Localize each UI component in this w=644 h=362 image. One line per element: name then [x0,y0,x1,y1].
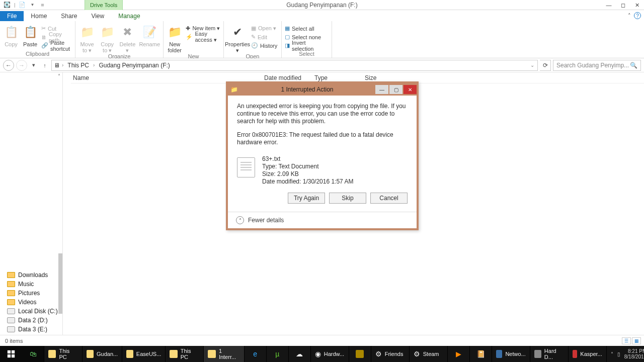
folder-icon [7,281,15,287]
history-icon: 🕘 [251,42,258,49]
close-button[interactable]: ✕ [630,0,644,10]
taskbar-item[interactable]: EaseUS... [122,346,166,362]
details-view-button[interactable]: ☰ [622,337,631,344]
new-item-icon: ✚ [186,25,190,32]
copy-path-button[interactable]: 🗎Copy path [41,33,72,41]
col-type[interactable]: Type [312,74,363,81]
search-icon: 🔍 [630,62,637,69]
fewer-details-link[interactable]: Fewer details [248,217,284,224]
delete-icon: ✖ [119,24,135,40]
network-button[interactable]: Netwo... [492,346,530,362]
sidebar-item[interactable]: Data 2 (D:) [2,316,62,325]
new-folder-button[interactable]: 📁New folder [167,23,183,53]
utorrent-button[interactable]: µ [267,346,289,362]
tab-home[interactable]: Home [24,11,54,21]
item-count: 0 items [5,338,23,344]
nav-back-button[interactable]: ← [3,60,14,71]
onedrive-button[interactable]: ☁ [289,346,311,362]
chrome-button[interactable]: ◉Hardw... [311,346,349,362]
easy-access-button[interactable]: ⚡Easy access ▾ [186,33,220,41]
start-button[interactable] [0,346,22,362]
sidebar-item[interactable]: Downloads [2,270,62,280]
nav-forward-button[interactable]: → [16,60,27,71]
chevron-right-icon[interactable]: › [92,62,96,68]
col-size[interactable]: Size [363,74,403,81]
chevron-right-icon[interactable]: › [61,62,64,68]
copy-to-button[interactable]: 📁Copy to ▾ [99,23,116,53]
icons-view-button[interactable]: ▦ [632,337,641,344]
sidebar-item[interactable]: Pictures [2,289,62,298]
clock[interactable]: 8:21 PM 8/18/2016 [624,348,644,359]
rename-icon: 📝 [141,24,157,40]
nav-up-button[interactable]: ↑ [40,62,49,68]
paste-button[interactable]: 📋Paste [22,23,38,47]
breadcrumb[interactable]: 🖥 › This PC › Gudang Penyimpanan (F:) ⌄ [51,60,538,71]
kaspersky-button[interactable]: Kasper... [569,346,607,362]
store-button[interactable]: 🛍 [22,346,44,362]
tab-view[interactable]: View [84,11,111,21]
cut-icon: ✂ [41,25,46,32]
taskbar-item[interactable]: This PC [166,346,204,362]
collapse-ribbon-icon[interactable]: ˄ [628,13,631,19]
steam-friends-button[interactable]: ⚙Friends [371,346,410,362]
new-folder-icon: 📁 [167,24,183,40]
select-all-button[interactable]: ▦Select all [285,24,329,33]
drive-icon [7,308,15,314]
system-tray[interactable]: ˄ ▯ 8:21 PM 8/18/2016 [607,346,644,362]
rename-button[interactable]: 📝Rename [139,23,160,47]
edit-icon: ✎ [251,34,256,40]
cancel-button[interactable]: Cancel [370,193,408,204]
dialog-message: An unexpected error is keeping you from … [237,103,408,125]
dialog-close-button[interactable]: ✕ [404,85,417,94]
sidebar-item[interactable]: Music [2,280,62,289]
crumb-this-pc[interactable]: This PC [65,62,91,69]
copy-button[interactable]: 📋Copy [3,23,19,47]
address-dropdown-icon[interactable]: ⌄ [529,62,535,68]
maximize-button[interactable]: ◻ [616,0,630,10]
help-icon[interactable]: ? [634,12,641,19]
tray-chevron-icon[interactable]: ˄ [611,351,613,357]
try-again-button[interactable]: Try Again [288,193,325,204]
col-name[interactable]: Name [71,74,262,81]
col-date[interactable]: Date modified [262,74,312,81]
notes-button[interactable]: 📔 [470,346,492,362]
skip-button[interactable]: Skip [329,193,366,204]
taskbar-item[interactable]: Gudan... [83,346,122,362]
tab-manage[interactable]: Manage [111,11,147,21]
battery-icon[interactable]: ▯ [617,351,620,357]
sidebar-item[interactable]: Videos [2,298,62,307]
properties-button[interactable]: ✔Properties ▾ [227,23,248,53]
steam-button[interactable]: ⚙Steam [410,346,448,362]
scroll-up-icon[interactable]: ˄ [55,72,62,79]
crumb-drive[interactable]: Gudang Penyimpanan (F:) [97,62,172,69]
move-to-button[interactable]: 📁Move to ▾ [78,23,96,53]
taskbar-item[interactable]: This PC [44,346,83,362]
open-button[interactable]: ▦Open ▾ [251,24,277,33]
invert-selection-button[interactable]: ◨Invert selection [285,41,329,50]
dialog-titlebar[interactable]: 📁 1 Interrupted Action — ▢ ✕ [228,83,417,96]
dialog-minimize-button[interactable]: — [375,85,388,94]
search-input[interactable]: Search Gudang Penyimp... 🔍 [553,60,641,71]
chevron-up-icon[interactable]: ˄ [236,216,244,224]
sidebar-item[interactable]: Data 3 (E:) [2,325,62,334]
nav-history-dropdown[interactable]: ▾ [29,62,38,68]
hard-disk-button[interactable]: Hard D... [530,346,569,362]
refresh-button[interactable]: ⟳ [540,60,551,71]
navigation-pane[interactable]: ˄ ˅ DownloadsMusicPicturesVideosLocal Di… [0,72,63,346]
game-button[interactable] [349,346,371,362]
tab-file[interactable]: File [0,11,24,21]
sidebar-item[interactable]: Local Disk (C:) [2,307,62,316]
dialog-app-icon: 📁 [228,86,240,93]
ie-button[interactable]: e [245,346,267,362]
media-player-button[interactable]: ▶ [448,346,470,362]
minimize-button[interactable]: — [602,0,616,10]
properties-icon: ✔ [229,24,246,40]
dialog-maximize-button[interactable]: ▢ [389,85,403,94]
edit-button[interactable]: ✎Edit [251,33,277,41]
history-button[interactable]: 🕘History [251,41,277,50]
tab-share[interactable]: Share [54,11,84,21]
taskbar-item[interactable]: 1 Interr... [204,346,244,362]
delete-button[interactable]: ✖Delete ▾ [119,23,136,53]
sidebar-item-label: Downloads [18,272,48,279]
group-label: Select [285,51,329,58]
